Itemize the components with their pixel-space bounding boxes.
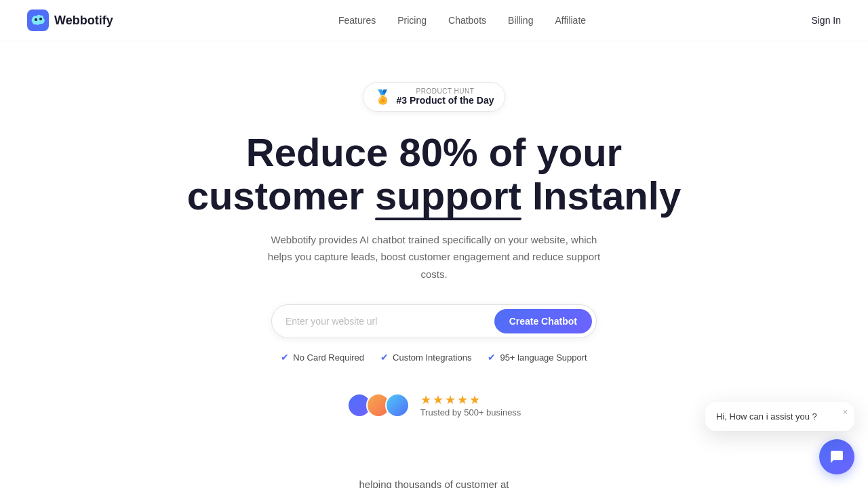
- url-input[interactable]: [285, 309, 489, 333]
- nav-features[interactable]: Features: [338, 15, 376, 26]
- nav-billing[interactable]: Billing: [508, 15, 533, 26]
- brands-section: helping thousands of customer at ckets★★…: [0, 445, 868, 488]
- url-form: Create Chatbot: [271, 304, 597, 338]
- navbar: Webbotify Features Pricing Chatbots Bill…: [0, 0, 868, 41]
- chat-preview: × Hi, How can i assist you ?: [705, 402, 854, 431]
- chat-icon: [829, 449, 845, 465]
- nav-links: Features Pricing Chatbots Billing Affili…: [338, 15, 586, 26]
- medal-icon: 🏅: [374, 89, 391, 105]
- check-integrations: ✔ Custom Integrations: [380, 352, 471, 363]
- stars-group: ★★★★★ Trusted by 500+ business: [420, 392, 521, 418]
- chat-widget: × Hi, How can i assist you ?: [819, 439, 854, 474]
- check-icon-1: ✔: [281, 352, 289, 363]
- hero-section: 🏅 PRODUCT HUNT #3 Product of the Day Red…: [163, 41, 705, 445]
- stars-display: ★★★★★: [420, 392, 521, 407]
- product-hunt-badge: 🏅 PRODUCT HUNT #3 Product of the Day: [363, 82, 506, 112]
- chat-bubble-button[interactable]: [819, 439, 854, 474]
- avatar-group: [347, 393, 410, 418]
- headline-underline-word: support: [375, 174, 521, 218]
- check-languages: ✔ 95+ language Support: [488, 352, 587, 363]
- social-proof: ★★★★★ Trusted by 500+ business: [176, 392, 692, 418]
- avatar-3: [385, 393, 410, 418]
- ph-content: PRODUCT HUNT #3 Product of the Day: [397, 88, 494, 106]
- check-no-card: ✔ No Card Required: [281, 352, 364, 363]
- check-icon-3: ✔: [488, 352, 496, 363]
- ph-text: #3 Product of the Day: [397, 95, 494, 106]
- nav-pricing[interactable]: Pricing: [397, 15, 427, 26]
- check-label-1: No Card Required: [293, 352, 364, 363]
- chat-close-button[interactable]: ×: [843, 407, 848, 417]
- brand-name: Webbotify: [54, 14, 113, 28]
- svg-point-1: [35, 18, 37, 21]
- check-label-3: 95+ language Support: [500, 352, 587, 363]
- ph-label: PRODUCT HUNT: [397, 88, 494, 95]
- svg-point-2: [39, 18, 42, 20]
- trust-text: Trusted by 500+ business: [420, 407, 521, 418]
- check-label-2: Custom Integrations: [393, 352, 471, 363]
- signin-button[interactable]: Sign In: [811, 15, 841, 26]
- create-chatbot-button[interactable]: Create Chatbot: [494, 309, 592, 333]
- logo[interactable]: Webbotify: [27, 9, 113, 31]
- brands-subtitle: helping thousands of customer at: [0, 479, 868, 488]
- headline-line1: Reduce 80% of your: [246, 130, 622, 174]
- hero-description: Webbotify provides AI chatbot trained sp…: [264, 231, 604, 283]
- webbotify-logo-icon: [27, 9, 49, 31]
- check-icon-2: ✔: [380, 352, 389, 363]
- chat-preview-text: Hi, How can i assist you ?: [716, 411, 817, 422]
- headline-line2: customer support Instanly: [187, 174, 681, 218]
- nav-affiliate[interactable]: Affiliate: [555, 15, 586, 26]
- feature-checks: ✔ No Card Required ✔ Custom Integrations…: [176, 352, 692, 363]
- hero-headline: Reduce 80% of your customer support Inst…: [176, 131, 692, 218]
- nav-chatbots[interactable]: Chatbots: [448, 15, 486, 26]
